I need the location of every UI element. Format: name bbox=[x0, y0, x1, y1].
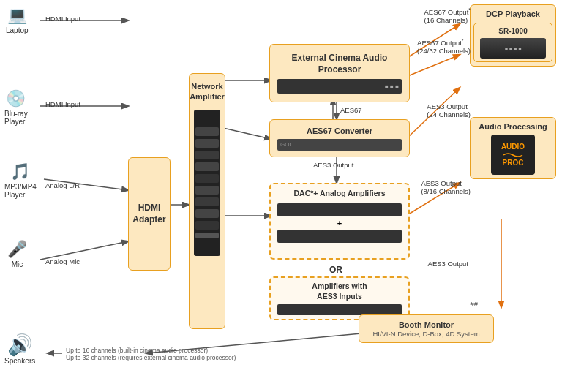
aes3-24ch-label: AES3 Output(24 Channels) bbox=[427, 102, 471, 118]
speakers-label: Speakers bbox=[4, 357, 35, 365]
network-amplifier-box: NetworkAmplifier bbox=[189, 73, 225, 329]
audio-processing-title: Audio Processing bbox=[473, 121, 552, 132]
aes67-2432ch-label: AES67 Output*(24/32 Channels) bbox=[417, 38, 471, 55]
mic-label: Mic bbox=[12, 260, 23, 268]
sr1000-title: SR-1000 bbox=[477, 26, 549, 36]
mp3-label: MP3/MP4Player bbox=[4, 183, 37, 199]
svg-line-6 bbox=[223, 128, 271, 139]
external-cinema-title: External Cinema Audio Processor bbox=[270, 53, 409, 75]
dac-amplifiers-title: DAC*+ Analog Amplifiers bbox=[294, 189, 386, 199]
note-32ch: Up to 32 channels (requires external cin… bbox=[66, 354, 236, 361]
speakers-device: 🔊 Speakers bbox=[4, 333, 35, 365]
hash-hash-label: ## bbox=[470, 300, 478, 308]
amp-aes3-box: Amplifiers withAES3 Inputs bbox=[269, 276, 410, 320]
audio-processing-box: Audio Processing AUDIO PROC bbox=[470, 117, 556, 179]
or-label: OR bbox=[329, 265, 342, 275]
dcp-playback-box: DCP Playback SR-1000 ■ ■ ■ ■ bbox=[470, 4, 556, 67]
mp3-device: 🎵 MP3/MP4Player bbox=[4, 162, 37, 199]
aes3-816ch-label: AES3 Output(8/16 Channels) bbox=[421, 179, 471, 195]
aes67-16ch-label: AES67 Output*(16 Channels) bbox=[424, 7, 471, 24]
laptop-icon: 💻 bbox=[7, 6, 27, 25]
external-cinema-box: External Cinema Audio Processor ■ ■ ■ bbox=[269, 44, 410, 102]
chip-text: AUDIO bbox=[501, 143, 525, 151]
booth-monitor-subtitle: HI/VI-N Device, D-Box, 4D System bbox=[365, 330, 487, 338]
hdmi-adapter-title: HDMI Adapter bbox=[129, 200, 170, 228]
amp-aes3-title: Amplifiers withAES3 Inputs bbox=[312, 282, 367, 301]
sr1000-box: SR-1000 ■ ■ ■ ■ bbox=[473, 23, 552, 62]
aes67-converter-box: AES67 Converter GOC bbox=[269, 119, 410, 157]
dac-amplifiers-box: DAC*+ Analog Amplifiers + bbox=[269, 183, 410, 260]
aes3-mid-label: AES3 Output bbox=[313, 161, 353, 169]
diagram: 💻 Laptop HDMI Input 💿 Blu-rayPlayer HDMI… bbox=[0, 0, 562, 392]
svg-line-9 bbox=[406, 55, 460, 77]
sr1000-image: ■ ■ ■ ■ bbox=[480, 38, 546, 59]
plus-label: + bbox=[337, 219, 342, 227]
bluray-icon: 💿 bbox=[6, 89, 26, 108]
dcp-playback-title: DCP Playback bbox=[473, 9, 552, 19]
mp3-icon: 🎵 bbox=[10, 162, 30, 181]
speakers-icon: 🔊 bbox=[7, 333, 33, 357]
network-amplifier-title: NetworkAmplifier bbox=[190, 81, 225, 102]
analog-lr-label: Analog L/R bbox=[45, 181, 80, 189]
bluray-label: Blu-rayPlayer bbox=[4, 110, 28, 126]
bluray-device: 💿 Blu-rayPlayer bbox=[4, 89, 28, 126]
booth-monitor-box: Booth Monitor HI/VI-N Device, D-Box, 4D … bbox=[359, 314, 494, 343]
speakers-notes: Up to 16 channels (built-in cinema audio… bbox=[66, 347, 236, 361]
mic-device: 🎤 Mic bbox=[7, 240, 27, 268]
laptop-label: Laptop bbox=[6, 26, 29, 34]
hdmi-input-mid-label: HDMI Input bbox=[45, 100, 80, 108]
note-16ch: Up to 16 channels (built-in cinema audio… bbox=[66, 347, 236, 354]
aes3-right-label: AES3 Output bbox=[428, 260, 468, 268]
booth-monitor-title: Booth Monitor bbox=[365, 320, 487, 330]
aes67-converter-title: AES67 Converter bbox=[307, 126, 372, 136]
analog-mic-label: Analog Mic bbox=[45, 257, 80, 265]
hdmi-adapter-box: HDMI Adapter bbox=[128, 157, 171, 271]
laptop-device: 💻 Laptop bbox=[6, 6, 29, 34]
mic-icon: 🎤 bbox=[7, 240, 27, 259]
audio-proc-chip: AUDIO PROC bbox=[491, 135, 535, 175]
hdmi-input-top-label: HDMI Input bbox=[45, 15, 80, 23]
aes67-mid-label: AES67 bbox=[340, 106, 362, 114]
